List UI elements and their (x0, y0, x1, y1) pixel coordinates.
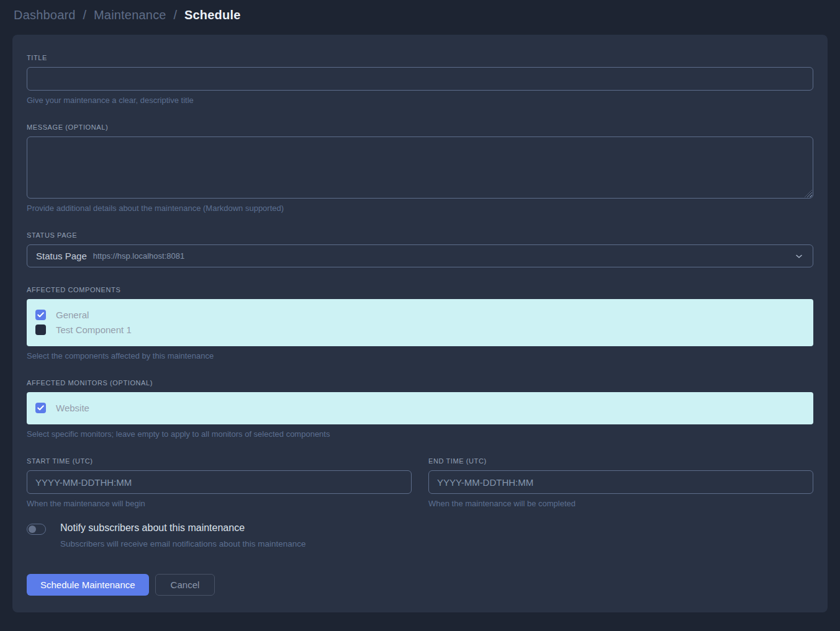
message-textarea[interactable] (27, 136, 813, 199)
title-field-group: TITLE Give your maintenance a clear, des… (27, 54, 813, 105)
toggle-knob (29, 526, 36, 533)
breadcrumb-item-dashboard[interactable]: Dashboard (14, 8, 76, 22)
start-time-field-group: START TIME (UTC) When the maintenance wi… (27, 457, 412, 508)
monitor-option-website[interactable]: Website (35, 400, 805, 415)
status-page-field-group: STATUS PAGE Status Page https://hsp.loca… (27, 231, 813, 267)
notify-subscribers-label: Notify subscribers about this maintenanc… (60, 522, 305, 534)
breadcrumb-separator: / (173, 8, 177, 22)
component-option-label: Test Component 1 (56, 324, 132, 335)
checkbox[interactable] (35, 324, 46, 335)
cancel-button[interactable]: Cancel (155, 574, 215, 596)
end-time-helper: When the maintenance will be completed (428, 499, 813, 508)
message-helper: Provide additional details about the mai… (27, 204, 813, 213)
title-label: TITLE (27, 54, 813, 61)
page-title: Schedule (184, 8, 241, 22)
form-actions: Schedule Maintenance Cancel (27, 574, 813, 596)
title-input[interactable] (27, 67, 813, 91)
status-page-selected-name: Status Page (36, 251, 87, 261)
time-fields-row: START TIME (UTC) When the maintenance wi… (27, 457, 813, 508)
component-option-general[interactable]: General (35, 307, 805, 322)
message-label: MESSAGE (OPTIONAL) (27, 123, 813, 131)
affected-monitors-field-group: AFFECTED MONITORS (OPTIONAL) Website Sel… (27, 379, 813, 439)
notify-subscribers-toggle[interactable] (27, 524, 46, 535)
affected-monitors-label: AFFECTED MONITORS (OPTIONAL) (27, 379, 813, 387)
check-icon (37, 312, 44, 318)
start-time-input[interactable] (27, 470, 412, 494)
schedule-maintenance-button[interactable]: Schedule Maintenance (27, 574, 149, 596)
notify-subscribers-row: Notify subscribers about this maintenanc… (27, 522, 813, 548)
affected-components-label: AFFECTED COMPONENTS (27, 286, 813, 293)
affected-monitors-helper: Select specific monitors; leave empty to… (27, 429, 813, 439)
affected-components-field-group: AFFECTED COMPONENTS General Test Compone… (27, 286, 813, 360)
check-icon (37, 405, 44, 411)
title-helper: Give your maintenance a clear, descripti… (27, 96, 813, 105)
checkbox[interactable] (35, 310, 46, 320)
status-page-select[interactable]: Status Page https://hsp.localhost:8081 (27, 244, 813, 267)
breadcrumb: Dashboard / Maintenance / Schedule (14, 8, 826, 22)
end-time-field-group: END TIME (UTC) When the maintenance will… (428, 457, 813, 508)
schedule-maintenance-form-card: TITLE Give your maintenance a clear, des… (12, 35, 828, 612)
status-page-selected-url: https://hsp.localhost:8081 (93, 251, 184, 261)
affected-components-panel: General Test Component 1 (27, 299, 813, 346)
end-time-input[interactable] (428, 470, 813, 494)
component-option-test-component-1[interactable]: Test Component 1 (35, 322, 805, 337)
notify-subscribers-helper: Subscribers will receive email notificat… (60, 539, 305, 548)
monitor-option-label: Website (56, 403, 89, 413)
top-bar: Dashboard / Maintenance / Schedule (0, 0, 840, 30)
status-page-label: STATUS PAGE (27, 231, 813, 239)
affected-components-helper: Select the components affected by this m… (27, 351, 813, 360)
affected-monitors-panel: Website (27, 392, 813, 424)
message-field-group: MESSAGE (OPTIONAL) Provide additional de… (27, 123, 813, 213)
breadcrumb-separator: / (83, 8, 86, 22)
chevron-down-icon (794, 251, 804, 261)
start-time-label: START TIME (UTC) (27, 457, 412, 465)
breadcrumb-item-maintenance[interactable]: Maintenance (94, 8, 166, 22)
checkbox[interactable] (35, 403, 46, 413)
start-time-helper: When the maintenance will begin (27, 499, 412, 508)
component-option-label: General (56, 310, 89, 320)
end-time-label: END TIME (UTC) (428, 457, 813, 465)
